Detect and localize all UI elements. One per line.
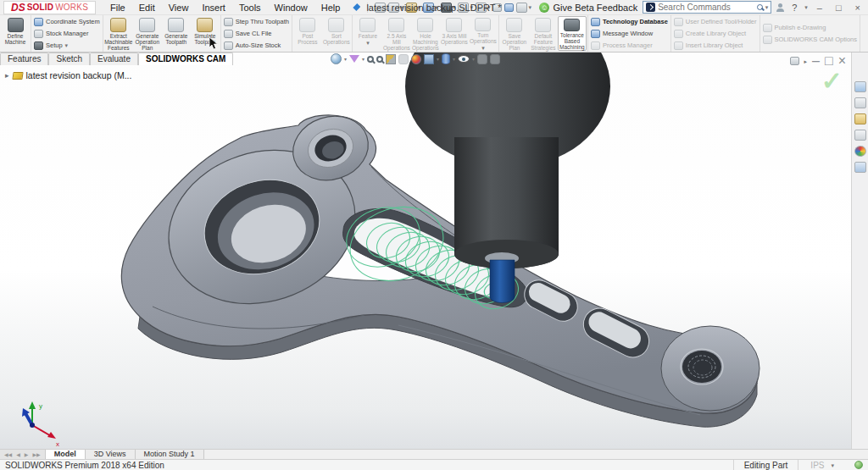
- section-view-icon[interactable]: [386, 54, 396, 64]
- search-caret-icon[interactable]: ▾: [765, 4, 769, 10]
- process-manager-button[interactable]: Process Manager: [589, 40, 670, 51]
- model-canvas[interactable]: y x: [0, 53, 851, 449]
- menu-view[interactable]: View: [163, 2, 195, 14]
- technology-database-button[interactable]: Technology Database: [589, 16, 670, 27]
- insert-library-object-button[interactable]: Insert Library Object: [672, 40, 759, 51]
- tab-sketch[interactable]: Sketch: [48, 53, 90, 65]
- generate-operation-plan-button[interactable]: Generate Operation Plan: [133, 16, 162, 51]
- restore-button[interactable]: □: [832, 3, 846, 13]
- last-tab-button[interactable]: ▶▶: [31, 451, 42, 457]
- setup-caret-icon[interactable]: ▾: [65, 42, 69, 48]
- default-feature-strategies-button[interactable]: Default Feature Strategies: [529, 16, 558, 51]
- search-commands-box[interactable]: ▾: [643, 1, 771, 14]
- post-process-button[interactable]: Post Process: [293, 16, 322, 51]
- save-cl-file-button[interactable]: Save CL File: [222, 28, 291, 39]
- tab-model[interactable]: Model: [46, 450, 86, 459]
- file-explorer-icon[interactable]: [854, 113, 866, 124]
- new-file-button[interactable]: ▾: [388, 3, 403, 13]
- tab-motion-study[interactable]: Motion Study 1: [136, 450, 204, 459]
- search-input[interactable]: [658, 3, 754, 12]
- message-window-button[interactable]: Message Window: [589, 28, 670, 39]
- options-button[interactable]: ▾: [516, 3, 531, 13]
- prev-tab-button[interactable]: ◀: [14, 451, 22, 457]
- menu-window[interactable]: Window: [269, 2, 314, 14]
- view-orientation-caret[interactable]: ▾: [344, 57, 347, 62]
- apply-scene-icon[interactable]: [424, 54, 434, 64]
- extract-machinable-features-button[interactable]: Extract Machinable Features: [104, 16, 133, 51]
- turn-caret-icon[interactable]: ▾: [481, 45, 485, 51]
- confirmation-corner-check-icon[interactable]: ✓: [821, 66, 843, 96]
- tab-solidworks-cam[interactable]: SOLIDWORKS CAM: [138, 53, 233, 65]
- coordinate-system-button[interactable]: Coordinate System: [32, 16, 102, 27]
- hide-show-items-icon[interactable]: [458, 55, 470, 63]
- design-library-icon[interactable]: [854, 97, 866, 108]
- tab-features[interactable]: Features: [0, 53, 48, 65]
- cam-options-button[interactable]: SOLIDWORKS CAM Options: [761, 34, 860, 45]
- home-button[interactable]: [375, 3, 386, 13]
- doc-restore-button[interactable]: □: [825, 53, 833, 69]
- step-thru-toolpath-button[interactable]: Step Thru Toolpath: [222, 16, 291, 27]
- undo-button[interactable]: ▾: [458, 3, 473, 13]
- cam-help-button[interactable]: ? Help: [861, 16, 868, 51]
- mill-25axis-operations-button[interactable]: 2.5 Axis Mill Operations: [382, 16, 411, 51]
- user-account-icon[interactable]: [776, 8, 784, 12]
- attachments-button[interactable]: [492, 3, 502, 12]
- beta-feedback-button[interactable]: ☺ Give Beta Feedback: [539, 3, 637, 13]
- view-palette-icon[interactable]: [854, 130, 866, 141]
- turn-operations-button[interactable]: Turn Operations ▾: [469, 16, 498, 51]
- custom-properties-icon[interactable]: [854, 162, 866, 173]
- doc-close-button[interactable]: ×: [838, 53, 846, 69]
- menu-file[interactable]: File: [104, 2, 131, 14]
- scene-caret[interactable]: ▾: [437, 57, 439, 62]
- edit-appearance-icon[interactable]: [411, 54, 421, 64]
- hole-machining-operations-button[interactable]: Hole Machining Operations: [411, 16, 440, 51]
- define-machine-button[interactable]: Define Machine: [1, 16, 30, 51]
- display-style-caret[interactable]: ▾: [453, 57, 455, 62]
- zoom-fit-icon[interactable]: [367, 56, 374, 63]
- select-button[interactable]: ▾: [476, 3, 491, 13]
- publish-edrawing-button[interactable]: Publish e-Drawing: [761, 22, 860, 33]
- feature-caret-icon[interactable]: ▾: [366, 40, 370, 46]
- feature-button[interactable]: Feature ▾: [353, 16, 382, 51]
- auto-size-stock-button[interactable]: Auto-Size Stock: [222, 40, 291, 51]
- doc-expand-icon[interactable]: ▸: [804, 58, 808, 64]
- menu-insert[interactable]: Insert: [196, 2, 231, 14]
- previous-view-icon[interactable]: [398, 54, 409, 64]
- sort-operations-button[interactable]: Sort Operations: [322, 16, 351, 51]
- tolerance-based-machining-button[interactable]: Tolerance Based Machining: [558, 16, 587, 51]
- units-caret-icon[interactable]: ▾: [831, 462, 834, 468]
- close-button[interactable]: ×: [851, 3, 865, 13]
- graphics-area[interactable]: y x Features Sketch Evaluate SOLIDWORKS …: [0, 53, 851, 449]
- doc-minimize-button[interactable]: –: [812, 53, 820, 69]
- print-button[interactable]: ▾: [441, 3, 456, 13]
- view-settings-icon[interactable]: [477, 54, 487, 64]
- minimize-button[interactable]: –: [813, 3, 826, 13]
- generate-toolpath-button[interactable]: Generate Toolpath: [162, 16, 191, 51]
- tag-globe-icon[interactable]: [854, 461, 863, 469]
- first-tab-button[interactable]: ◀◀: [3, 451, 14, 457]
- search-icon[interactable]: [757, 4, 763, 10]
- setup-button[interactable]: Setup▾: [32, 40, 102, 51]
- threaded-hole-boss[interactable]: [661, 326, 760, 411]
- next-tab-button[interactable]: ▶: [23, 451, 31, 457]
- resources-home-icon[interactable]: [854, 81, 866, 92]
- menu-tools[interactable]: Tools: [233, 2, 267, 14]
- open-file-button[interactable]: ▾: [406, 3, 421, 13]
- menu-help[interactable]: Help: [315, 2, 347, 14]
- help-caret-icon[interactable]: ▾: [804, 4, 808, 10]
- filter-caret[interactable]: ▾: [362, 57, 364, 62]
- part-body[interactable]: [121, 107, 760, 427]
- user-defined-tool-holder-button[interactable]: User Defined Tool/Holder: [672, 16, 759, 27]
- tab-evaluate[interactable]: Evaluate: [90, 53, 138, 65]
- zoom-area-icon[interactable]: [376, 56, 383, 63]
- appearances-icon[interactable]: [854, 146, 866, 157]
- tab-3d-views[interactable]: 3D Views: [86, 450, 136, 459]
- save-button[interactable]: ▾: [423, 3, 438, 13]
- save-operation-plan-button[interactable]: Save Operation Plan: [500, 16, 529, 51]
- expand-arrow-icon[interactable]: ▸: [5, 71, 9, 80]
- stock-manager-button[interactable]: Stock Manager: [32, 28, 102, 39]
- file-properties-button[interactable]: [504, 3, 514, 12]
- view-orientation-icon[interactable]: [331, 53, 342, 64]
- doc-pane-icon[interactable]: [790, 57, 799, 65]
- menu-edit[interactable]: Edit: [133, 2, 161, 14]
